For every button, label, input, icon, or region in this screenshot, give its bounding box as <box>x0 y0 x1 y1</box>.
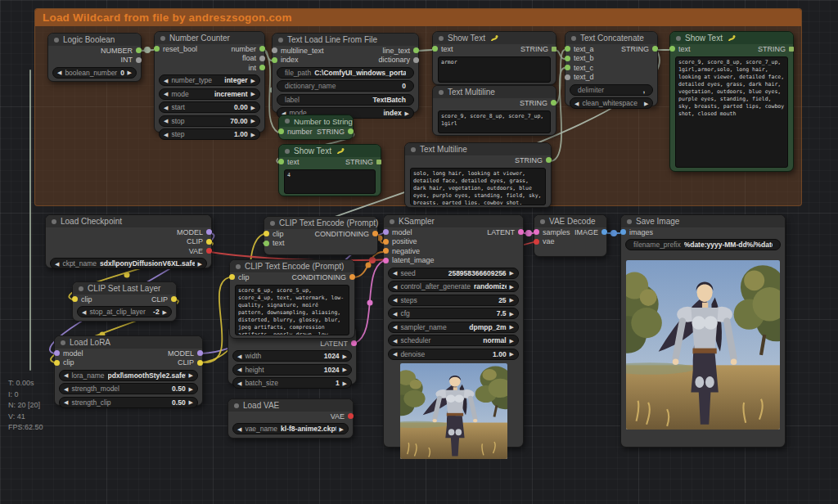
stepper-right-icon[interactable]: ▶ <box>189 386 193 392</box>
stepper-right-icon[interactable]: ▶ <box>510 324 514 330</box>
widget-seed[interactable]: ◀seed258958366609256▶ <box>388 268 519 279</box>
output-slot-string[interactable]: STRING <box>515 156 552 164</box>
stepper-left-icon[interactable]: ◀ <box>393 284 397 290</box>
widget-steps[interactable]: ◀steps25▶ <box>388 295 519 306</box>
node-text-multiline-2[interactable]: Text Multiline STRING solo, long hair, l… <box>404 142 552 208</box>
stepper-left-icon[interactable]: ◀ <box>237 367 241 372</box>
stepper-right-icon[interactable]: ▶ <box>510 270 514 276</box>
collapse-dot-icon[interactable] <box>52 219 56 224</box>
widget-denoise[interactable]: ◀denoise1.00▶ <box>388 349 519 360</box>
widget-control-after-generate[interactable]: ◀control_after_generaterandomize▶ <box>388 281 519 292</box>
node-text-multiline-top[interactable]: Text Multiline STRING score_9, score_8_u… <box>432 85 556 136</box>
node-title-bar[interactable]: CLIP Set Last Layer <box>73 282 176 295</box>
graph-canvas[interactable]: Load Wildcard from file by andreszsogon.… <box>0 0 838 504</box>
node-title-bar[interactable]: Show Text <box>433 32 556 44</box>
show-text-display[interactable]: score_9, score_8_up, score_7_up, 1girl,a… <box>675 56 788 168</box>
collapse-dot-icon[interactable] <box>390 219 394 224</box>
collapse-dot-icon[interactable] <box>234 403 239 408</box>
collapse-dot-icon[interactable] <box>676 36 681 41</box>
node-clip-text-encode-negative[interactable]: CLIP Text Encode (Prompt) clip CONDITION… <box>229 259 355 339</box>
node-title-bar[interactable]: Load Checkpoint <box>46 215 211 227</box>
input-slot-clip[interactable]: clip <box>229 273 250 281</box>
input-slot-clip[interactable]: clip <box>264 230 284 238</box>
widget-dictionary-name[interactable]: dictionary_name0 <box>277 80 414 92</box>
node-text-concatenate[interactable]: Text Concatenate text_a STRING text_b te… <box>565 31 658 106</box>
node-number-counter[interactable]: Number Counter reset_bool number float i… <box>154 31 265 133</box>
output-slot-string[interactable]: STRING <box>520 99 556 107</box>
input-slot-model[interactable]: model <box>383 228 412 236</box>
stepper-left-icon[interactable]: ◀ <box>164 91 168 97</box>
stepper-left-icon[interactable]: ◀ <box>64 372 68 378</box>
stepper-right-icon[interactable]: ▶ <box>510 297 514 303</box>
stepper-left-icon[interactable]: ◀ <box>64 386 68 392</box>
node-clip-text-encode-positive[interactable]: CLIP Text Encode (Prompt) clip CONDITION… <box>264 216 378 255</box>
node-load-lora[interactable]: Load LoRA model MODEL clip CLIP ◀lora_na… <box>54 335 203 406</box>
collapse-dot-icon[interactable] <box>439 90 444 95</box>
stepper-left-icon[interactable]: ◀ <box>82 309 86 315</box>
stepper-right-icon[interactable]: ▶ <box>251 132 255 137</box>
collapse-dot-icon[interactable] <box>571 36 576 41</box>
collapse-dot-icon[interactable] <box>285 149 290 154</box>
widget-step[interactable]: ◀step1.00▶ <box>159 128 260 140</box>
node-title-bar[interactable]: Show Text <box>279 145 381 157</box>
node-title-bar[interactable]: Text Concatenate <box>565 32 657 44</box>
widget-vae-name[interactable]: ◀vae_namekl-f8-anime2.ckpt▶ <box>232 423 349 434</box>
node-title-bar[interactable]: Logic Boolean <box>48 34 141 46</box>
group-title[interactable]: Load Wildcard from file by andreszsogon.… <box>35 9 801 26</box>
input-slot-negative[interactable]: negative <box>383 247 420 255</box>
input-slot-text-d[interactable]: text_d <box>565 73 594 81</box>
node-save-image[interactable]: Save Image images filename_prefix%date:y… <box>620 214 786 448</box>
prompt-text-input[interactable]: score_6_up, score_5_up, score_4_up, text… <box>235 285 349 335</box>
widget-start[interactable]: ◀start0.00▶ <box>159 101 260 113</box>
input-slot-vae[interactable]: vae <box>534 237 555 245</box>
output-slot-string[interactable]: STRING <box>345 158 381 166</box>
widget-strength-model[interactable]: ◀strength_model0.50▶ <box>59 383 198 394</box>
output-slot-int[interactable]: int <box>248 64 265 72</box>
input-slot-model[interactable]: model <box>54 349 83 358</box>
node-text-load-line[interactable]: Text Load Line From File multiline_text … <box>272 33 419 113</box>
widget-batch-size[interactable]: ◀batch_size1▶ <box>232 377 352 389</box>
output-slot-float[interactable]: float <box>242 54 265 62</box>
stepper-right-icon[interactable]: ▶ <box>644 101 648 106</box>
multiline-text-input[interactable]: score_9, score_8_up, score_7_up, 1girl <box>438 110 551 133</box>
input-slot-clip[interactable]: clip <box>72 295 92 304</box>
node-ksampler[interactable]: KSampler model LATENT positive negative … <box>383 214 524 448</box>
output-slot-clip[interactable]: CLIP <box>178 358 203 367</box>
node-title-bar[interactable]: Show Text <box>670 32 793 44</box>
collapse-dot-icon[interactable] <box>278 38 283 43</box>
widget-delimiter[interactable]: delimiter, <box>570 84 653 96</box>
widget-label[interactable]: labelTextBatch <box>277 94 414 106</box>
node-clip-set-last-layer[interactable]: CLIP Set Last Layer clip CLIP ◀stop_at_c… <box>72 281 177 322</box>
widget-stop-at-clip-layer[interactable]: ◀stop_at_clip_layer-2▶ <box>77 306 172 317</box>
node-vae-decode[interactable]: VAE Decode samples IMAGE vae <box>534 214 607 257</box>
stepper-left-icon[interactable]: ◀ <box>393 351 397 357</box>
stepper-right-icon[interactable]: ▶ <box>251 91 255 97</box>
input-slot-reset-bool[interactable]: reset_bool <box>154 45 197 53</box>
stepper-left-icon[interactable]: ◀ <box>57 70 61 75</box>
stepper-left-icon[interactable]: ◀ <box>164 78 168 83</box>
stepper-left-icon[interactable]: ◀ <box>393 324 397 330</box>
node-title-bar[interactable]: CLIP Text Encode (Prompt) <box>264 217 377 229</box>
stepper-left-icon[interactable]: ◀ <box>55 261 59 267</box>
node-title-bar[interactable]: Load VAE <box>228 399 353 412</box>
output-slot-number[interactable]: NUMBER <box>101 47 142 55</box>
input-slot-number[interactable]: number <box>278 128 313 136</box>
stepper-left-icon[interactable]: ◀ <box>393 338 397 344</box>
output-slot-dictionary[interactable]: dictionary <box>378 56 419 64</box>
widget-lora-name[interactable]: ◀lora_namepdxl\smoothStyle2.safetensors▶ <box>59 370 198 381</box>
stepper-left-icon[interactable]: ◀ <box>237 353 241 359</box>
widget-number-type[interactable]: ◀number_typeinteger▶ <box>159 74 260 86</box>
input-slot-latent-image[interactable]: latent_image <box>383 256 435 264</box>
widget-stop[interactable]: ◀stop70.00▶ <box>159 115 260 127</box>
stepper-right-icon[interactable]: ▶ <box>189 372 193 378</box>
node-title-bar[interactable]: Save Image <box>621 215 785 227</box>
stepper-right-icon[interactable]: ▶ <box>340 426 344 432</box>
stepper-right-icon[interactable]: ▶ <box>128 70 132 75</box>
stepper-right-icon[interactable]: ▶ <box>510 338 514 344</box>
collapse-dot-icon[interactable] <box>439 36 444 41</box>
widget-mode[interactable]: ◀modeincrement▶ <box>159 88 260 100</box>
widget-sampler-name[interactable]: ◀sampler_namedpmpp_2m▶ <box>388 322 519 333</box>
widget-clean-whitespace[interactable]: ◀clean_whitespacetrue▶ <box>570 97 653 109</box>
widget-width[interactable]: ◀width1024▶ <box>232 350 352 362</box>
output-slot-int[interactable]: INT <box>121 56 142 64</box>
